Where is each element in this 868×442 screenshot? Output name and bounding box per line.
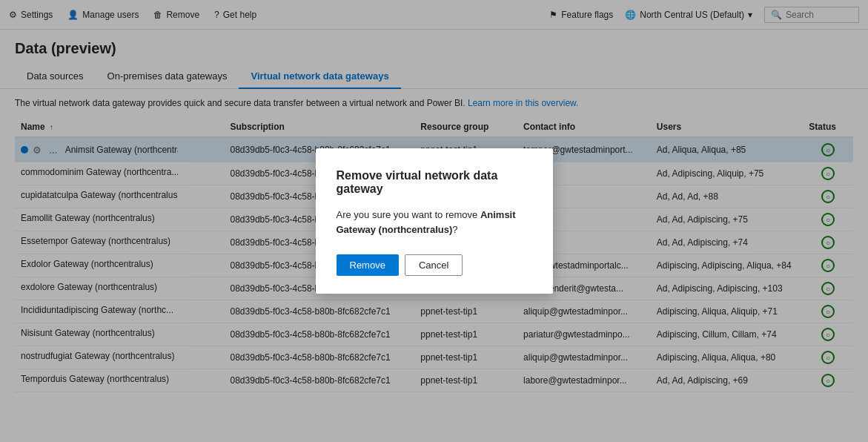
- modal-body: Are you sure you want to remove Animsit …: [337, 208, 532, 237]
- modal-overlay: Remove virtual network data gateway Are …: [0, 0, 868, 392]
- modal-body-prefix: Are you sure you want to remove: [337, 209, 480, 220]
- modal-remove-button[interactable]: Remove: [337, 254, 399, 276]
- modal-buttons: Remove Cancel: [337, 254, 532, 276]
- modal-cancel-button[interactable]: Cancel: [405, 254, 463, 276]
- modal-body-suffix: ?: [452, 224, 457, 235]
- remove-modal: Remove virtual network data gateway Are …: [316, 148, 553, 294]
- modal-title: Remove virtual network data gateway: [337, 169, 532, 196]
